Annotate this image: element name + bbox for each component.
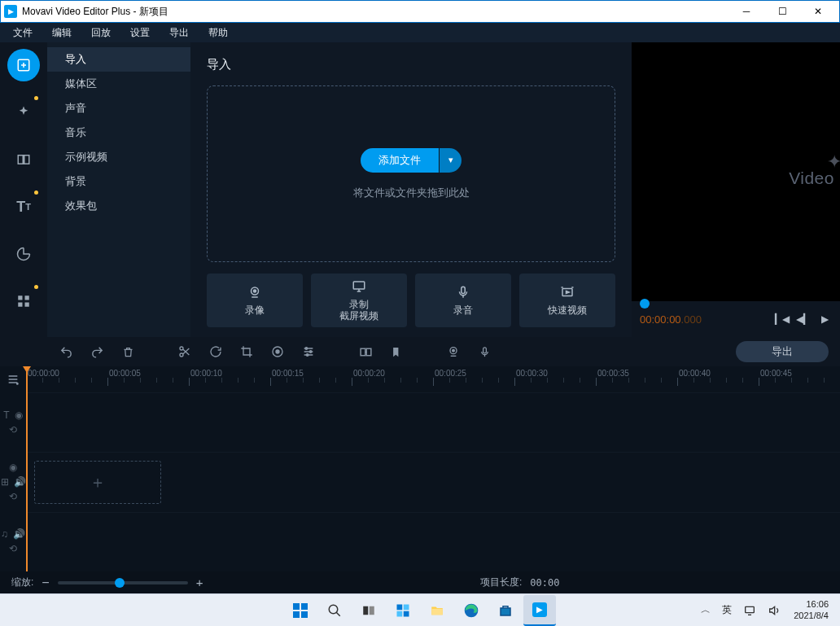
menu-settings[interactable]: 设置 — [122, 24, 158, 42]
svg-rect-5 — [18, 295, 22, 300]
track-video[interactable]: ＋ — [26, 452, 840, 511]
menu-export[interactable]: 导出 — [161, 24, 197, 42]
mode-sidebar: TT — [0, 42, 47, 337]
record-screen-card[interactable]: 录制截屏视频 — [311, 274, 407, 327]
tray-volume-icon[interactable] — [763, 595, 785, 626]
minimize-button[interactable]: ─ — [728, 1, 764, 22]
tray-clock[interactable]: 16:06 2021/8/4 — [787, 599, 835, 620]
record-voice-button[interactable] — [470, 339, 498, 364]
eye-icon[interactable]: ◉ — [9, 462, 17, 473]
window-title: Movavi Video Editor Plus - 新项目 — [22, 5, 728, 19]
volume-icon[interactable]: 🔊 — [14, 476, 26, 488]
maximize-button[interactable]: ☐ — [764, 1, 800, 22]
sidebar-transitions-button[interactable] — [7, 143, 40, 176]
add-track-button[interactable] — [0, 366, 26, 392]
transition-wizard-button[interactable] — [352, 339, 379, 364]
link-icon[interactable]: ⟲ — [9, 424, 17, 436]
export-button[interactable]: 导出 — [736, 341, 829, 362]
sticker-icon — [16, 247, 31, 261]
svg-rect-4 — [24, 155, 29, 164]
record-camera-card[interactable]: 录像 — [207, 274, 303, 327]
taskbar-search-button[interactable] — [318, 595, 351, 626]
sidebar-titles-button[interactable]: TT — [7, 190, 40, 223]
notification-dot — [34, 285, 38, 289]
svg-rect-8 — [25, 303, 29, 307]
quick-video-card[interactable]: 快速视频 — [519, 274, 615, 327]
marker-button[interactable] — [383, 339, 410, 364]
record-webcam-button[interactable] — [440, 339, 467, 364]
track-header-audio[interactable]: ♫🔊 ⟲ — [0, 512, 26, 571]
notification-dot — [34, 96, 38, 100]
track-audio[interactable] — [26, 512, 840, 571]
eye-icon[interactable]: ◉ — [15, 409, 23, 421]
tray-chevron-button[interactable]: ︿ — [696, 595, 715, 626]
record-audio-card[interactable]: 录音 — [415, 274, 511, 327]
menu-edit[interactable]: 编辑 — [44, 24, 80, 42]
sidepanel-item-import[interactable]: 导入 — [47, 47, 190, 72]
timeline-tracks-area[interactable]: 00:00:0000:00:0500:00:1000:00:1500:00:20… — [26, 366, 840, 571]
ruler-tick: 00:00:00 — [26, 369, 107, 386]
zoom-in-button[interactable]: + — [196, 576, 203, 589]
clip-properties-button[interactable] — [295, 339, 322, 364]
sidebar-import-button[interactable] — [7, 49, 40, 81]
sidepanel-item-music[interactable]: 音乐 — [47, 120, 190, 145]
menu-help[interactable]: 帮助 — [200, 24, 236, 42]
ruler-tick: 00:00:30 — [514, 369, 596, 386]
taskbar-taskview-button[interactable] — [352, 595, 385, 626]
preview-playhead[interactable] — [640, 299, 650, 309]
ruler-tick: 00:00:45 — [759, 369, 840, 386]
play-button[interactable]: ▶ — [817, 312, 832, 326]
taskbar-explorer-button[interactable] — [421, 595, 453, 626]
volume-icon[interactable]: 🔊 — [13, 528, 25, 540]
empty-video-slot[interactable]: ＋ — [34, 461, 161, 503]
undo-button[interactable] — [52, 339, 80, 364]
link-icon[interactable]: ⟲ — [9, 491, 17, 502]
sidepanel-item-backgrounds[interactable]: 背景 — [47, 169, 190, 194]
sidebar-filters-button[interactable] — [7, 96, 40, 129]
prev-frame-button[interactable]: ▎◀ — [775, 312, 790, 326]
card-label: 录音 — [453, 304, 473, 316]
sidepanel-item-sounds[interactable]: 声音 — [47, 96, 190, 120]
status-bar: 缩放: − + 项目长度: 00:00 — [0, 571, 840, 593]
delete-button[interactable] — [114, 339, 142, 364]
taskbar-movavi-button[interactable]: ▶ — [523, 595, 556, 626]
svg-point-18 — [305, 348, 308, 350]
timeline-playhead[interactable] — [26, 366, 28, 571]
sidepanel-item-media[interactable]: 媒体区 — [47, 72, 190, 96]
split-button[interactable] — [171, 339, 199, 364]
step-back-button[interactable]: ◀▎ — [796, 312, 811, 326]
menu-playback[interactable]: 回放 — [83, 24, 119, 42]
sidebar-stickers-button[interactable] — [7, 238, 40, 270]
track-header-titles[interactable]: T◉ ⟲ — [0, 392, 26, 452]
svg-point-19 — [309, 351, 312, 353]
taskbar-store-button[interactable] — [489, 595, 522, 626]
track-titles[interactable] — [26, 392, 840, 452]
close-button[interactable]: ✕ — [800, 1, 836, 22]
file-drop-zone[interactable]: 添加文件 ▾ 将文件或文件夹拖到此处 — [207, 85, 615, 262]
taskbar-widgets-button[interactable] — [387, 595, 419, 626]
zoom-slider-thumb[interactable] — [115, 578, 125, 588]
crop-button[interactable] — [233, 339, 260, 364]
track-header-video[interactable]: ◉ ⊞🔊 ⟲ — [0, 452, 26, 511]
sidepanel-item-effect-packs[interactable]: 效果包 — [47, 194, 190, 218]
menu-file[interactable]: 文件 — [5, 24, 41, 42]
timeline-ruler[interactable]: 00:00:0000:00:0500:00:1000:00:1500:00:20… — [26, 366, 840, 392]
add-file-button[interactable]: 添加文件 — [361, 148, 439, 173]
sidepanel-item-sample-video[interactable]: 示例视频 — [47, 145, 190, 169]
svg-rect-6 — [25, 295, 29, 300]
tray-network-icon[interactable] — [738, 595, 761, 626]
sidebar-more-button[interactable] — [7, 285, 40, 317]
taskbar-edge-button[interactable] — [455, 595, 488, 626]
ime-indicator[interactable]: 英 — [717, 595, 737, 626]
rotate-button[interactable] — [202, 339, 230, 364]
video-track-icon: ⊞ — [1, 476, 9, 488]
svg-rect-25 — [483, 347, 486, 352]
zoom-slider[interactable] — [58, 581, 188, 584]
add-file-dropdown-button[interactable]: ▾ — [439, 148, 462, 173]
import-icon — [16, 58, 31, 72]
link-icon[interactable]: ⟲ — [9, 543, 17, 554]
zoom-out-button[interactable]: − — [42, 576, 49, 590]
color-adjust-button[interactable] — [264, 339, 291, 364]
start-button[interactable] — [284, 595, 317, 626]
redo-button[interactable] — [83, 339, 111, 364]
